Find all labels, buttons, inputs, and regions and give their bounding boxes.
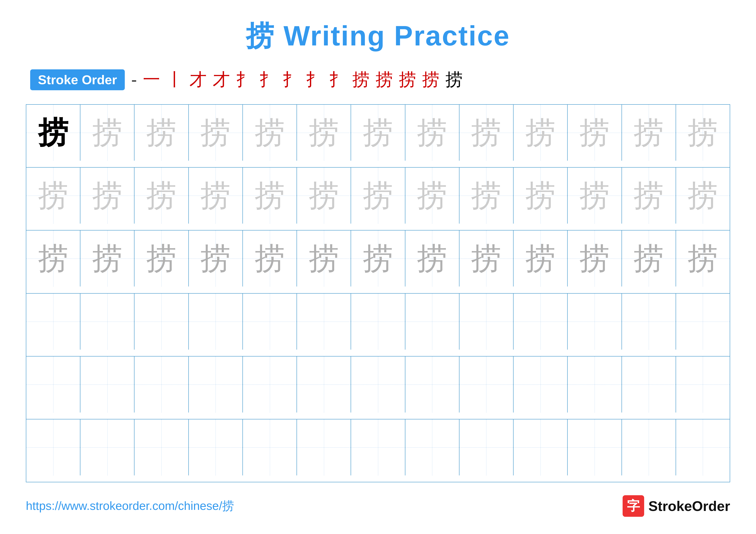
grid-cell-r3-c3: 捞 <box>134 231 189 287</box>
practice-grid: 捞 捞 捞 捞 捞 捞 捞 捞 捞 捞 捞 捞 捞 捞 捞 捞 捞 捞 捞 捞 … <box>26 104 730 482</box>
grid-cell-r3-c7: 捞 <box>351 231 405 287</box>
grid-cell-r2-c7: 捞 <box>351 167 405 224</box>
grid-cell-r6-c4[interactable] <box>189 420 243 475</box>
grid-cell-r5-c1[interactable] <box>26 357 80 413</box>
grid-cell-r3-c1: 捞 <box>26 231 80 287</box>
grid-cell-r1-c8: 捞 <box>405 105 459 161</box>
practice-char-medium: 捞 <box>580 243 610 273</box>
grid-cell-r6-c12[interactable] <box>622 420 676 475</box>
grid-cell-r6-c1[interactable] <box>26 420 80 475</box>
grid-cell-r6-c7[interactable] <box>351 420 405 475</box>
page: 捞 Writing Practice Stroke Order - 一 丨 才 … <box>0 0 756 534</box>
practice-char-medium: 捞 <box>309 243 339 273</box>
practice-char-light: 捞 <box>526 181 555 211</box>
grid-cell-r6-c6[interactable] <box>297 420 351 475</box>
grid-cell-r6-c10[interactable] <box>514 420 568 475</box>
grid-cell-r6-c13[interactable] <box>676 420 730 475</box>
practice-char-light: 捞 <box>201 181 230 211</box>
stroke-order-row: Stroke Order - 一 丨 才 才 扌 扌 扌 扌 扌 捞 捞 捞 捞… <box>26 68 730 91</box>
stroke-3: 才 <box>189 68 207 91</box>
grid-cell-r4-c5[interactable] <box>243 293 297 350</box>
footer-logo: 字 StrokeOrder <box>623 495 730 517</box>
practice-char-light: 捞 <box>417 181 447 211</box>
grid-cell-r5-c12[interactable] <box>622 357 676 413</box>
practice-char-light: 捞 <box>634 181 664 211</box>
grid-cell-r4-c4[interactable] <box>189 293 243 350</box>
stroke-1: 一 <box>143 68 160 91</box>
grid-cell-r1-c1: 捞 <box>26 105 80 161</box>
grid-row-1: 捞 捞 捞 捞 捞 捞 捞 捞 捞 捞 捞 捞 捞 <box>26 105 730 167</box>
practice-char-light: 捞 <box>634 117 664 148</box>
grid-cell-r6-c5[interactable] <box>243 420 297 475</box>
grid-cell-r4-c7[interactable] <box>351 293 405 350</box>
footer-url: https://www.strokeorder.com/chinese/捞 <box>26 498 234 514</box>
grid-cell-r2-c2: 捞 <box>80 167 134 224</box>
grid-cell-r5-c6[interactable] <box>297 357 351 413</box>
grid-cell-r1-c10: 捞 <box>514 105 568 161</box>
practice-char-light: 捞 <box>688 117 718 148</box>
grid-cell-r5-c2[interactable] <box>80 357 134 413</box>
grid-cell-r4-c6[interactable] <box>297 293 351 350</box>
grid-cell-r5-c5[interactable] <box>243 357 297 413</box>
grid-cell-r5-c9[interactable] <box>459 357 514 413</box>
grid-cell-r5-c8[interactable] <box>405 357 459 413</box>
practice-char-light: 捞 <box>92 181 122 211</box>
practice-char-light: 捞 <box>146 117 176 148</box>
grid-cell-r4-c8[interactable] <box>405 293 459 350</box>
grid-cell-r4-c2[interactable] <box>80 293 134 350</box>
grid-cell-r1-c2: 捞 <box>80 105 134 161</box>
practice-char-light: 捞 <box>688 181 718 211</box>
grid-cell-r1-c12: 捞 <box>622 105 676 161</box>
grid-cell-r3-c8: 捞 <box>405 231 459 287</box>
grid-cell-r2-c10: 捞 <box>514 167 568 224</box>
practice-char-light: 捞 <box>255 181 285 211</box>
grid-cell-r2-c13: 捞 <box>676 167 730 224</box>
practice-char-light: 捞 <box>92 117 122 148</box>
grid-cell-r4-c11[interactable] <box>568 293 622 350</box>
grid-row-4 <box>26 293 730 357</box>
practice-char-medium: 捞 <box>417 243 447 273</box>
grid-cell-r4-c12[interactable] <box>622 293 676 350</box>
stroke-dash: - <box>131 70 137 89</box>
grid-cell-r3-c10: 捞 <box>514 231 568 287</box>
grid-cell-r4-c13[interactable] <box>676 293 730 350</box>
practice-char-light: 捞 <box>146 181 176 211</box>
grid-cell-r5-c7[interactable] <box>351 357 405 413</box>
practice-char-medium: 捞 <box>634 243 664 273</box>
grid-cell-r4-c9[interactable] <box>459 293 514 350</box>
grid-cell-r6-c8[interactable] <box>405 420 459 475</box>
grid-cell-r5-c3[interactable] <box>134 357 189 413</box>
practice-char-light: 捞 <box>471 181 501 211</box>
practice-char-light: 捞 <box>417 117 447 148</box>
grid-cell-r2-c6: 捞 <box>297 167 351 224</box>
logo-icon: 字 <box>623 495 644 517</box>
grid-cell-r6-c2[interactable] <box>80 420 134 475</box>
footer: https://www.strokeorder.com/chinese/捞 字 … <box>26 495 730 517</box>
grid-cell-r5-c4[interactable] <box>189 357 243 413</box>
grid-cell-r4-c3[interactable] <box>134 293 189 350</box>
grid-cell-r3-c12: 捞 <box>622 231 676 287</box>
grid-cell-r4-c1[interactable] <box>26 293 80 350</box>
grid-row-6 <box>26 420 730 482</box>
grid-row-5 <box>26 357 730 420</box>
grid-cell-r1-c11: 捞 <box>568 105 622 161</box>
stroke-10: 捞 <box>352 68 369 91</box>
practice-char-solid: 捞 <box>38 117 68 148</box>
grid-cell-r6-c3[interactable] <box>134 420 189 475</box>
grid-cell-r5-c13[interactable] <box>676 357 730 413</box>
grid-cell-r5-c11[interactable] <box>568 357 622 413</box>
stroke-11: 捞 <box>376 68 393 91</box>
grid-cell-r6-c9[interactable] <box>459 420 514 475</box>
stroke-chars: - 一 丨 才 才 扌 扌 扌 扌 扌 捞 捞 捞 捞 捞 <box>131 68 463 91</box>
grid-cell-r3-c11: 捞 <box>568 231 622 287</box>
grid-cell-r4-c10[interactable] <box>514 293 568 350</box>
grid-cell-r3-c2: 捞 <box>80 231 134 287</box>
grid-cell-r2-c3: 捞 <box>134 167 189 224</box>
grid-row-3: 捞 捞 捞 捞 捞 捞 捞 捞 捞 捞 捞 捞 捞 <box>26 231 730 293</box>
grid-cell-r5-c10[interactable] <box>514 357 568 413</box>
stroke-9: 扌 <box>329 68 346 91</box>
grid-cell-r6-c11[interactable] <box>568 420 622 475</box>
stroke-5: 扌 <box>236 68 253 91</box>
grid-cell-r3-c4: 捞 <box>189 231 243 287</box>
practice-char-light: 捞 <box>201 117 230 148</box>
